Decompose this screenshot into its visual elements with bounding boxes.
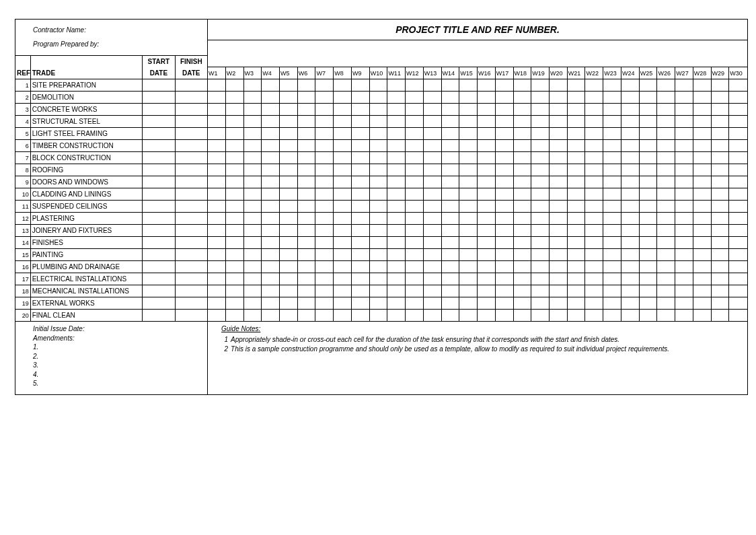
week-cell[interactable] bbox=[693, 273, 711, 285]
week-cell[interactable] bbox=[243, 297, 262, 310]
week-cell[interactable] bbox=[459, 285, 478, 297]
week-cell[interactable] bbox=[675, 213, 693, 225]
start-date-cell[interactable] bbox=[143, 225, 175, 237]
week-cell[interactable] bbox=[675, 310, 693, 322]
week-cell[interactable] bbox=[693, 176, 711, 188]
week-cell[interactable] bbox=[585, 225, 603, 237]
week-cell[interactable] bbox=[297, 237, 315, 249]
week-cell[interactable] bbox=[585, 310, 603, 322]
week-cell[interactable] bbox=[513, 140, 531, 152]
week-cell[interactable] bbox=[279, 140, 297, 152]
week-cell[interactable] bbox=[387, 310, 406, 322]
week-cell[interactable] bbox=[621, 116, 639, 128]
week-cell[interactable] bbox=[406, 176, 424, 188]
week-cell[interactable] bbox=[279, 152, 297, 164]
week-cell[interactable] bbox=[603, 237, 621, 249]
week-cell[interactable] bbox=[567, 237, 585, 249]
week-cell[interactable] bbox=[423, 152, 441, 164]
week-cell[interactable] bbox=[621, 225, 639, 237]
week-cell[interactable] bbox=[351, 79, 369, 92]
week-cell[interactable] bbox=[334, 297, 352, 310]
week-cell[interactable] bbox=[208, 297, 226, 310]
week-cell[interactable] bbox=[208, 116, 226, 128]
week-cell[interactable] bbox=[621, 164, 639, 176]
week-cell[interactable] bbox=[585, 213, 603, 225]
week-cell[interactable] bbox=[243, 225, 262, 237]
week-cell[interactable] bbox=[315, 116, 334, 128]
week-cell[interactable] bbox=[531, 128, 550, 140]
week-cell[interactable] bbox=[208, 92, 226, 104]
week-cell[interactable] bbox=[513, 249, 531, 261]
week-cell[interactable] bbox=[423, 213, 441, 225]
week-cell[interactable] bbox=[711, 92, 729, 104]
week-cell[interactable] bbox=[423, 164, 441, 176]
week-cell[interactable] bbox=[369, 225, 387, 237]
week-cell[interactable] bbox=[243, 92, 262, 104]
week-cell[interactable] bbox=[369, 249, 387, 261]
week-cell[interactable] bbox=[478, 285, 496, 297]
finish-date-cell[interactable] bbox=[175, 310, 207, 322]
week-cell[interactable] bbox=[369, 176, 387, 188]
week-cell[interactable] bbox=[711, 261, 729, 273]
week-cell[interactable] bbox=[675, 261, 693, 273]
week-cell[interactable] bbox=[639, 237, 657, 249]
week-cell[interactable] bbox=[478, 273, 496, 285]
week-cell[interactable] bbox=[549, 79, 567, 92]
week-cell[interactable] bbox=[406, 79, 424, 92]
week-cell[interactable] bbox=[621, 176, 639, 188]
week-cell[interactable] bbox=[297, 201, 315, 213]
week-cell[interactable] bbox=[208, 261, 226, 273]
week-cell[interactable] bbox=[478, 310, 496, 322]
week-cell[interactable] bbox=[513, 176, 531, 188]
week-cell[interactable] bbox=[657, 249, 675, 261]
week-cell[interactable] bbox=[459, 176, 478, 188]
week-cell[interactable] bbox=[459, 273, 478, 285]
week-cell[interactable] bbox=[657, 128, 675, 140]
week-cell[interactable] bbox=[495, 201, 513, 213]
week-cell[interactable] bbox=[711, 176, 729, 188]
start-date-cell[interactable] bbox=[143, 152, 175, 164]
week-cell[interactable] bbox=[351, 164, 369, 176]
week-cell[interactable] bbox=[297, 128, 315, 140]
start-date-cell[interactable] bbox=[143, 213, 175, 225]
week-cell[interactable] bbox=[459, 225, 478, 237]
week-cell[interactable] bbox=[225, 237, 243, 249]
week-cell[interactable] bbox=[297, 297, 315, 310]
week-cell[interactable] bbox=[478, 152, 496, 164]
week-cell[interactable] bbox=[423, 249, 441, 261]
week-cell[interactable] bbox=[225, 213, 243, 225]
week-cell[interactable] bbox=[513, 237, 531, 249]
week-cell[interactable] bbox=[495, 79, 513, 92]
week-cell[interactable] bbox=[243, 152, 262, 164]
week-cell[interactable] bbox=[441, 140, 459, 152]
week-cell[interactable] bbox=[639, 140, 657, 152]
week-cell[interactable] bbox=[225, 164, 243, 176]
week-cell[interactable] bbox=[279, 176, 297, 188]
week-cell[interactable] bbox=[478, 140, 496, 152]
week-cell[interactable] bbox=[531, 116, 550, 128]
start-date-cell[interactable] bbox=[143, 261, 175, 273]
week-cell[interactable] bbox=[369, 128, 387, 140]
week-cell[interactable] bbox=[657, 92, 675, 104]
week-cell[interactable] bbox=[208, 249, 226, 261]
week-cell[interactable] bbox=[531, 237, 550, 249]
week-cell[interactable] bbox=[531, 273, 550, 285]
week-cell[interactable] bbox=[369, 273, 387, 285]
week-cell[interactable] bbox=[693, 285, 711, 297]
week-cell[interactable] bbox=[693, 261, 711, 273]
week-cell[interactable] bbox=[441, 310, 459, 322]
week-cell[interactable] bbox=[334, 176, 352, 188]
week-cell[interactable] bbox=[351, 152, 369, 164]
week-cell[interactable] bbox=[334, 79, 352, 92]
week-cell[interactable] bbox=[406, 116, 424, 128]
week-cell[interactable] bbox=[208, 201, 226, 213]
week-cell[interactable] bbox=[315, 297, 334, 310]
week-cell[interactable] bbox=[262, 128, 280, 140]
week-cell[interactable] bbox=[657, 225, 675, 237]
week-cell[interactable] bbox=[693, 213, 711, 225]
week-cell[interactable] bbox=[262, 261, 280, 273]
week-cell[interactable] bbox=[531, 176, 550, 188]
week-cell[interactable] bbox=[423, 201, 441, 213]
week-cell[interactable] bbox=[441, 249, 459, 261]
week-cell[interactable] bbox=[531, 261, 550, 273]
